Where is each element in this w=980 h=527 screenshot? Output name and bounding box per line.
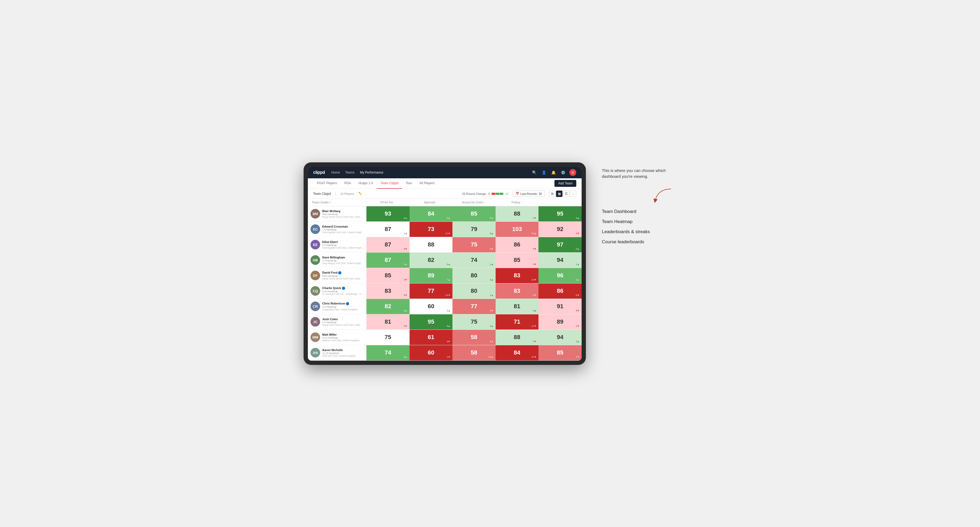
player-avatar: AN — [310, 348, 320, 357]
player-handicap: 6-10 Handicap — [322, 337, 364, 339]
score-change: 3▲ — [404, 309, 407, 312]
table-row[interactable]: BMBlair McHargPlus HandicapRoyal North D… — [308, 206, 582, 222]
score-cell: 801▲ — [452, 284, 496, 298]
table-header: Player Quality ▼ Off the Tee — Approach … — [308, 199, 582, 206]
score-value: 84 — [514, 349, 520, 356]
player-info: Blair McHargPlus HandicapRoyal North Dev… — [322, 210, 364, 218]
score-value: 83 — [514, 287, 520, 294]
score-value: 77 — [471, 303, 477, 310]
nav-teams[interactable]: Teams — [345, 170, 355, 175]
change-bar-red — [492, 193, 495, 195]
score-cell: 584▲ — [452, 330, 496, 345]
col-approach[interactable]: Approach — — [410, 200, 453, 205]
view-card-btn[interactable]: ☰ — [563, 190, 570, 197]
subnav-tour[interactable]: Tour — [402, 178, 416, 189]
settings-icon[interactable]: ⚙️ — [560, 169, 566, 176]
table-row[interactable]: JCJosh Coles1-5 HandicapRoyal North Devo… — [308, 314, 582, 330]
tablet-screen: clippd Home Teams My Performance 🔍 👤 🔔 ⚙… — [308, 167, 582, 360]
player-name: Blair McHarg — [322, 210, 364, 213]
subnav-pgat-players[interactable]: PGAT Players — [313, 178, 340, 189]
score-value: 88 — [514, 210, 520, 217]
add-team-button[interactable]: Add Team — [554, 180, 576, 187]
score-value: 97 — [557, 241, 563, 248]
player-info: Chris Robertson1-5 HandicapCraigmillar P… — [322, 302, 364, 311]
score-value: 91 — [557, 303, 563, 310]
score-change: 3▼ — [404, 248, 407, 250]
col-player-quality[interactable]: Player Quality ▼ — [308, 200, 366, 205]
player-handicap: 1-5 Handicap — [322, 321, 364, 324]
table-row[interactable]: DBDave Billingham1-5 HandicapGog Magog G… — [308, 252, 582, 268]
table-row[interactable]: EEElliot Ebert1-5 HandicapSunningdale Go… — [308, 237, 582, 252]
page-wrapper: clippd Home Teams My Performance 🔍 👤 🔔 ⚙… — [304, 162, 676, 365]
player-cell: DBDave Billingham1-5 HandicapGog Magog G… — [308, 252, 366, 268]
view-download-btn[interactable]: ↓ — [570, 190, 576, 197]
score-value: 58 — [471, 334, 477, 341]
player-avatar: EC — [310, 224, 320, 234]
player-info: Aaron Nicholls11-15 HandicapDrift Golf C… — [322, 348, 364, 357]
subnav-team-clippd[interactable]: Team Clippd — [377, 178, 402, 189]
score-cell: 601▼ — [410, 345, 453, 360]
score-change: 1▲ — [490, 263, 493, 266]
nav-home[interactable]: Home — [331, 170, 340, 175]
player-handicap: Plus Handicap — [322, 275, 364, 277]
score-value: 86 — [557, 287, 563, 294]
score-cell: 882▼ — [496, 330, 539, 345]
option-team-dashboard: Team Dashboard — [602, 209, 676, 214]
player-handicap: 1-5 Handicap — [322, 229, 364, 231]
table-row[interactable]: DFDavid FordPlus HandicapRoyal North Dev… — [308, 268, 582, 284]
player-avatar: DB — [310, 255, 320, 265]
score-cell: 88 — [410, 237, 453, 252]
player-club: Woburn Golf Club, United Kingdom — [322, 339, 364, 342]
subnav-pga[interactable]: PGA — [340, 178, 355, 189]
score-cell: 7111▼ — [496, 314, 539, 330]
option-course-leaderboards: Course leaderboards — [602, 239, 676, 244]
score-value: 60 — [428, 303, 434, 310]
score-cell: 814▲ — [496, 299, 539, 314]
score-cell: 854▼ — [538, 345, 582, 360]
score-value: 82 — [428, 257, 434, 264]
nav-my-performance[interactable]: My Performance — [360, 170, 383, 175]
player-handicap: 1-5 Handicap — [322, 244, 364, 246]
verified-icon — [346, 302, 349, 305]
player-handicap: 1-5 Handicap — [322, 306, 364, 308]
score-cell: 897▲ — [410, 268, 453, 283]
subnav: PGAT Players PGA Hcaps 1-5 Team Clippd T… — [308, 178, 582, 189]
score-value: 85 — [385, 272, 391, 279]
table-row[interactable]: ANAaron Nicholls11-15 HandicapDrift Golf… — [308, 345, 582, 360]
player-name: Matt Miller — [322, 333, 364, 336]
col-off-tee[interactable]: Off the Tee — — [366, 200, 410, 205]
user-avatar[interactable]: U — [570, 169, 576, 176]
score-cell: 943▲ — [538, 330, 582, 345]
score-change: 8▲ — [404, 356, 407, 358]
score-value: 83 — [385, 287, 391, 294]
view-grid-btn[interactable]: ⊞ — [549, 190, 555, 197]
score-change: 8▼ — [576, 294, 579, 297]
col-putting[interactable]: Putting — — [496, 200, 539, 205]
score-value: 83 — [514, 272, 520, 279]
score-cell: 8421▼ — [496, 345, 539, 360]
view-list-btn[interactable]: ▦ — [556, 190, 562, 197]
player-handicap: 11-15 Handicap — [322, 352, 364, 354]
score-change: 8▲ — [447, 325, 450, 327]
player-avatar: JC — [310, 317, 320, 327]
score-change: 3▼ — [404, 278, 407, 281]
score-value: 77 — [428, 287, 434, 294]
col-around-green[interactable]: Around the Green — — [452, 200, 496, 205]
subnav-hcaps[interactable]: Hcaps 1-5 — [355, 178, 377, 189]
last-rounds-button[interactable]: 📅 Last Rounds: 20 — [513, 190, 545, 197]
bell-icon[interactable]: 🔔 — [550, 169, 557, 176]
edit-team-icon[interactable]: ✏️ — [358, 192, 362, 195]
score-cell: 8310▼ — [496, 268, 539, 283]
search-icon[interactable]: 🔍 — [531, 169, 538, 176]
score-value: 89 — [557, 318, 563, 325]
score-change: 9▲ — [490, 232, 493, 235]
table-row[interactable]: CRChris Robertson1-5 HandicapCraigmillar… — [308, 299, 582, 314]
subnav-all-players[interactable]: All Players — [416, 178, 438, 189]
player-cell: CRChris Robertson1-5 HandicapCraigmillar… — [308, 299, 366, 314]
table-row[interactable]: ECEdward Crossman1-5 HandicapSunningdale… — [308, 222, 582, 237]
score-change: 2▲ — [447, 309, 450, 312]
table-row[interactable]: MMMatt Miller6-10 HandicapWoburn Golf Cl… — [308, 330, 582, 345]
player-club: St. George's Hill GC - Weybridge - Surre… — [322, 293, 364, 295]
person-icon[interactable]: 👤 — [541, 169, 547, 176]
table-row[interactable]: CQCharlie Quick6-10 HandicapSt. George's… — [308, 284, 582, 299]
